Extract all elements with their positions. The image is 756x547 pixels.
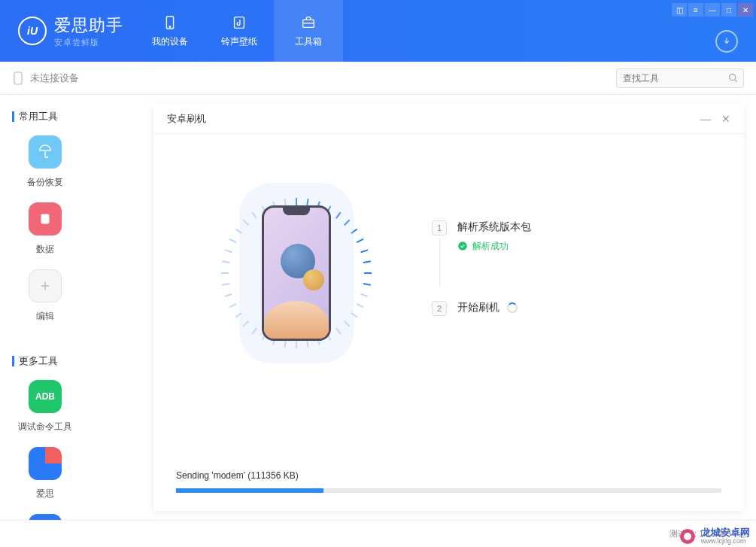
svg-point-7 — [458, 242, 467, 251]
step-content: 解析系统版本包 解析成功 — [457, 220, 676, 253]
step-status-text: 解析成功 — [472, 240, 509, 253]
steps-list: 1 解析系统版本包 解析成功 2 开始 — [432, 220, 676, 327]
svg-rect-4 — [14, 72, 22, 84]
flash-panel: 安卓刷机 — ✕ — [153, 104, 744, 511]
control-btn-2[interactable]: ≡ — [688, 3, 703, 17]
common-tools-grid: 备份恢复 数据 编辑 — [12, 135, 138, 336]
step-2: 2 开始刷机 — [432, 301, 676, 321]
step-status: 解析成功 — [457, 240, 676, 253]
plus-icon — [29, 269, 62, 302]
progress-area: Sending 'modem' (111356 KB) — [176, 470, 721, 493]
tool-adb[interactable]: ADB 调试命令工具 — [12, 380, 78, 433]
panel-minimize-button[interactable]: — — [700, 113, 711, 125]
tool-edit[interactable]: 编辑 — [12, 269, 78, 323]
section-title: 常用工具 — [19, 110, 58, 123]
data-icon — [29, 202, 62, 236]
progress-text: Sending 'modem' (111356 KB) — [176, 470, 721, 481]
section-title: 更多工具 — [19, 354, 58, 368]
watermark: 龙城安卓网 www.lcjrlg.com — [679, 527, 750, 545]
download-icon — [721, 36, 732, 47]
footer: 测试版: 1.13.005 意 — [0, 520, 756, 547]
phone-visual — [221, 187, 372, 360]
progress-bar — [176, 488, 721, 493]
window-controls: ◫ ≡ — □ ✕ — [670, 3, 753, 17]
logo-text: 爱思助手 安卓尝鲜版 — [54, 14, 123, 48]
main-nav: 我的设备 铃声壁纸 工具箱 — [135, 0, 343, 62]
search-icon — [727, 72, 739, 84]
panel-header: 安卓刷机 — ✕ — [153, 104, 744, 134]
step-title-row: 开始刷机 — [457, 301, 676, 315]
device-status: 未连接设备 — [12, 71, 79, 86]
step-1: 1 解析系统版本包 解析成功 — [432, 220, 676, 253]
minimize-button[interactable]: — — [705, 3, 720, 17]
svg-rect-2 — [235, 17, 244, 28]
panel-controls: — ✕ — [700, 113, 730, 125]
close-button[interactable]: ✕ — [738, 3, 753, 17]
section-bar — [12, 111, 14, 122]
tool-label: 备份恢复 — [27, 176, 63, 189]
device-status-text: 未连接设备 — [30, 71, 79, 85]
main-body: 常用工具 备份恢复 数据 编辑 — [0, 95, 756, 520]
svg-point-9 — [684, 533, 691, 540]
nav-toolbox[interactable]: 工具箱 — [274, 0, 343, 62]
tool-data[interactable]: 数据 — [12, 202, 78, 256]
logo-area: iU 爱思助手 安卓尝鲜版 — [0, 14, 135, 48]
step-title: 开始刷机 — [457, 301, 499, 315]
phone-icon — [162, 14, 178, 31]
watermark-logo-icon — [679, 527, 697, 545]
svg-point-1 — [169, 26, 171, 27]
svg-point-5 — [730, 74, 736, 80]
spinner-icon — [507, 302, 518, 313]
flash-area: 1 解析系统版本包 解析成功 2 开始 — [176, 157, 721, 360]
svg-rect-6 — [41, 214, 50, 224]
toolbox-icon — [300, 14, 317, 31]
watermark-title: 龙城安卓网 — [701, 527, 750, 538]
download-button[interactable] — [715, 30, 738, 53]
search-wrap — [616, 68, 744, 88]
app-title: 爱思助手 — [54, 14, 123, 37]
step-number: 1 — [432, 220, 447, 236]
section-bar — [12, 356, 14, 366]
app-subtitle: 安卓尝鲜版 — [54, 37, 123, 48]
step-connector — [439, 239, 440, 287]
sidebar: 常用工具 备份恢复 数据 编辑 — [0, 95, 150, 520]
music-icon — [231, 14, 247, 31]
step-content: 开始刷机 — [457, 301, 676, 321]
step-title: 解析系统版本包 — [457, 220, 676, 234]
umbrella-icon — [29, 135, 62, 169]
panel-body: 1 解析系统版本包 解析成功 2 开始 — [153, 134, 744, 511]
search-input[interactable] — [616, 68, 744, 88]
phone-mockup — [262, 205, 331, 341]
app-header: iU 爱思助手 安卓尝鲜版 我的设备 铃声壁纸 工具箱 ◫ ≡ — □ ✕ — [0, 0, 756, 62]
step-number: 2 — [432, 301, 447, 316]
nav-label: 我的设备 — [152, 35, 188, 48]
tool-label: 调试命令工具 — [18, 421, 72, 433]
panel-title: 安卓刷机 — [167, 112, 206, 126]
tool-backup-restore[interactable]: 备份恢复 — [12, 135, 78, 189]
watermark-url: www.lcjrlg.com — [701, 538, 750, 545]
maximize-button[interactable]: □ — [721, 3, 736, 17]
tool-label: 数据 — [36, 243, 54, 256]
nav-label: 工具箱 — [295, 35, 322, 48]
phone-notch — [283, 208, 310, 215]
logo-icon: iU — [18, 17, 47, 45]
nav-my-device[interactable]: 我的设备 — [135, 0, 205, 62]
tool-label: 编辑 — [36, 310, 54, 323]
tool-label: 爱思 — [36, 488, 54, 500]
ring-icon — [29, 447, 62, 480]
nav-ringtone-wallpaper[interactable]: 铃声壁纸 — [205, 0, 274, 62]
check-icon — [457, 241, 468, 251]
control-btn-1[interactable]: ◫ — [672, 3, 687, 17]
section-header-more: 更多工具 — [12, 354, 138, 368]
nav-label: 铃声壁纸 — [221, 35, 257, 48]
progress-fill — [176, 488, 323, 493]
adb-icon: ADB — [29, 380, 62, 413]
orb-decoration — [303, 269, 324, 290]
sub-header: 未连接设备 — [0, 62, 756, 95]
wave-decoration — [264, 301, 329, 339]
tool-aisi[interactable]: 爱思 — [12, 447, 78, 500]
section-header-common: 常用工具 — [12, 110, 138, 123]
panel-close-button[interactable]: ✕ — [721, 113, 730, 125]
device-icon — [12, 71, 24, 86]
watermark-text: 龙城安卓网 www.lcjrlg.com — [701, 527, 750, 545]
